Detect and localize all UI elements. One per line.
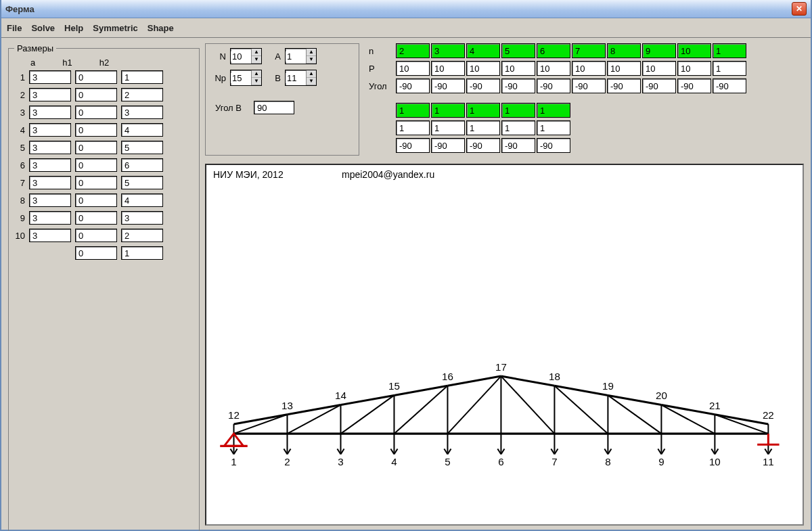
- dim-h1[interactable]: [75, 229, 117, 242]
- dim-h2[interactable]: [121, 229, 163, 242]
- dim-a[interactable]: [29, 229, 71, 242]
- dim-h2[interactable]: [121, 158, 163, 172]
- down-icon[interactable]: ▼: [252, 56, 261, 64]
- params-panel: N ▲▼ A ▲▼ Np ▲▼ B ▲▼ Угол B: [205, 43, 359, 156]
- load-cell[interactable]: [537, 103, 570, 118]
- spinner-A[interactable]: ▲▼: [285, 48, 317, 64]
- up-icon[interactable]: ▲: [252, 49, 261, 56]
- load-cell[interactable]: [642, 43, 676, 58]
- load-cell[interactable]: [466, 138, 500, 153]
- load-cell[interactable]: [642, 78, 676, 93]
- down-icon[interactable]: ▼: [307, 78, 316, 85]
- load-cell[interactable]: [607, 43, 641, 58]
- load-cell[interactable]: [537, 78, 570, 93]
- dim-h2[interactable]: [121, 193, 163, 207]
- load-cell[interactable]: [396, 61, 430, 76]
- up-icon[interactable]: ▲: [252, 70, 261, 78]
- load-cell[interactable]: [466, 103, 500, 118]
- load-cell[interactable]: [501, 103, 535, 118]
- dim-a[interactable]: [29, 176, 71, 189]
- load-cell[interactable]: [677, 43, 711, 58]
- dim-a[interactable]: [29, 70, 71, 84]
- load-cell[interactable]: [501, 61, 535, 76]
- load-cell[interactable]: [431, 61, 465, 76]
- dim-h1[interactable]: [75, 176, 117, 189]
- load-cell[interactable]: [396, 78, 430, 93]
- load-cell[interactable]: [396, 120, 430, 135]
- dim-h1[interactable]: [75, 211, 117, 225]
- dim-h1[interactable]: [75, 123, 117, 137]
- load-cell[interactable]: [501, 78, 535, 93]
- dim-extra-h1[interactable]: [75, 246, 117, 260]
- spinner-B[interactable]: ▲▼: [285, 70, 317, 86]
- load-cell[interactable]: [572, 61, 606, 76]
- dim-h1[interactable]: [75, 141, 117, 154]
- close-icon[interactable]: ✕: [792, 2, 807, 16]
- load-cell[interactable]: [677, 61, 711, 76]
- dim-a[interactable]: [29, 141, 71, 154]
- dim-h1[interactable]: [75, 106, 117, 119]
- spinner-Np[interactable]: ▲▼: [230, 70, 262, 86]
- dim-a[interactable]: [29, 211, 71, 225]
- load-cell[interactable]: [466, 120, 500, 135]
- load-cell[interactable]: [466, 78, 500, 93]
- load-cell[interactable]: [713, 61, 746, 76]
- menu-shape[interactable]: Shape: [148, 23, 174, 33]
- load-cell[interactable]: [466, 61, 500, 76]
- load-cell[interactable]: [431, 43, 465, 58]
- load-cell[interactable]: [572, 43, 606, 58]
- dim-extra-h2[interactable]: [121, 246, 163, 260]
- menu-symmetric[interactable]: Symmetric: [93, 23, 137, 33]
- dim-h2[interactable]: [121, 123, 163, 137]
- load-cell[interactable]: [396, 43, 430, 58]
- load-cell[interactable]: [713, 43, 746, 58]
- load-cell[interactable]: [607, 78, 641, 93]
- load-cell[interactable]: [466, 43, 500, 58]
- down-icon[interactable]: ▼: [307, 56, 316, 64]
- load-cell[interactable]: [607, 61, 641, 76]
- menu-help[interactable]: Help: [64, 23, 83, 33]
- input-angleB[interactable]: [254, 101, 294, 114]
- menu-solve[interactable]: Solve: [31, 23, 55, 33]
- dim-a[interactable]: [29, 158, 71, 172]
- dim-a[interactable]: [29, 106, 71, 119]
- load-cell[interactable]: [642, 61, 676, 76]
- up-icon[interactable]: ▲: [307, 49, 316, 56]
- dim-h1[interactable]: [75, 158, 117, 172]
- load-cell[interactable]: [431, 120, 465, 135]
- load-cell[interactable]: [537, 43, 570, 58]
- dim-h1[interactable]: [75, 88, 117, 101]
- load-cell[interactable]: [431, 103, 465, 118]
- svg-text:5: 5: [445, 456, 450, 467]
- load-cell[interactable]: [431, 138, 465, 153]
- dim-h2[interactable]: [121, 211, 163, 225]
- dim-h2[interactable]: [121, 88, 163, 101]
- up-icon[interactable]: ▲: [307, 70, 316, 78]
- load-cell[interactable]: [572, 78, 606, 93]
- dim-a[interactable]: [29, 123, 71, 137]
- dim-a[interactable]: [29, 193, 71, 207]
- load-cell[interactable]: [396, 103, 430, 118]
- dim-h1[interactable]: [75, 193, 117, 207]
- menu-file[interactable]: File: [7, 23, 22, 33]
- svg-text:12: 12: [228, 409, 240, 421]
- dim-row-index: 8: [14, 195, 25, 206]
- dim-h2[interactable]: [121, 141, 163, 154]
- load-cell[interactable]: [501, 43, 535, 58]
- spinner-N[interactable]: ▲▼: [230, 48, 262, 64]
- load-cell[interactable]: [537, 138, 570, 153]
- load-cell[interactable]: [396, 138, 430, 153]
- dim-a[interactable]: [29, 88, 71, 101]
- dim-h2[interactable]: [121, 106, 163, 119]
- load-cell[interactable]: [537, 120, 570, 135]
- dim-h2[interactable]: [121, 70, 163, 84]
- load-cell[interactable]: [537, 61, 570, 76]
- down-icon[interactable]: ▼: [252, 78, 261, 85]
- load-cell[interactable]: [677, 78, 711, 93]
- load-cell[interactable]: [431, 78, 465, 93]
- load-cell[interactable]: [501, 120, 535, 135]
- dim-h2[interactable]: [121, 176, 163, 189]
- dim-h1[interactable]: [75, 70, 117, 84]
- load-cell[interactable]: [713, 78, 746, 93]
- load-cell[interactable]: [501, 138, 535, 153]
